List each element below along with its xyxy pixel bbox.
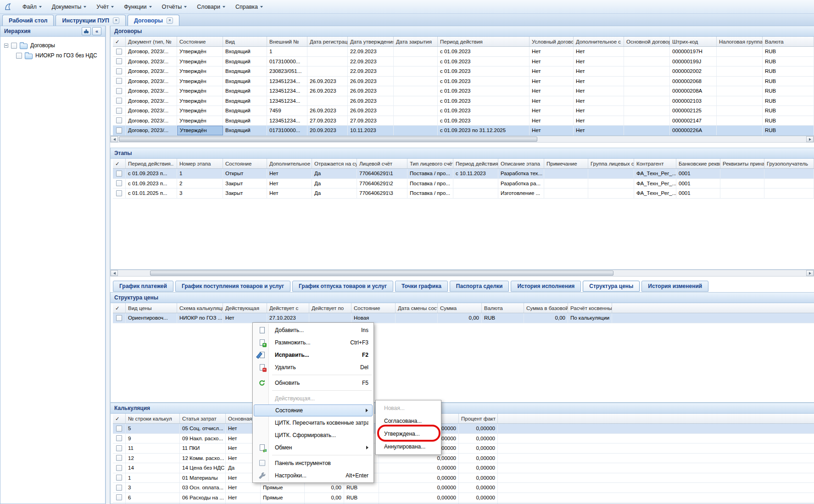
row-checkbox[interactable] — [116, 117, 122, 123]
column-header[interactable]: Схема калькуляци — [177, 303, 223, 313]
row-checkbox[interactable] — [116, 98, 122, 104]
column-header[interactable]: Лицевой счёт — [357, 159, 407, 168]
table-row[interactable]: Договор, 2023/...УтверждёнВходящий123451… — [113, 96, 814, 106]
collapse-node-icon[interactable] — [4, 44, 8, 48]
column-header[interactable]: ✓ — [113, 159, 126, 168]
close-tab-icon[interactable]: × — [113, 17, 119, 24]
scrollbar-thumb[interactable] — [150, 271, 613, 276]
menubar-item-help[interactable]: Справка — [230, 1, 268, 12]
context-menu-item-state[interactable]: Состояние — [254, 404, 373, 416]
column-header[interactable]: Отражается на су — [312, 159, 357, 168]
column-header[interactable]: Валюта — [482, 303, 524, 313]
scroll-right-icon[interactable] — [806, 270, 814, 276]
column-header[interactable]: Вид — [223, 37, 267, 46]
row-checkbox[interactable] — [116, 58, 122, 64]
column-header[interactable]: Процент факт — [459, 414, 498, 423]
column-header[interactable]: ✓ — [113, 303, 126, 313]
column-header[interactable]: Реквизиты принад — [720, 159, 764, 168]
row-checkbox[interactable] — [116, 435, 122, 441]
column-header[interactable]: Состояние — [177, 37, 223, 46]
column-header[interactable]: Внешний № — [267, 37, 307, 46]
context-menu-item-duplicate[interactable]: Размножить...Ctrl+F3 — [254, 336, 373, 349]
column-header[interactable]: № строки калькул — [126, 414, 180, 423]
column-header[interactable]: Валюта — [763, 37, 814, 46]
scroll-left-icon[interactable] — [111, 136, 118, 142]
context-menu-item-add[interactable]: Добавить...Ins — [254, 324, 373, 336]
tree-checkbox[interactable] — [16, 53, 22, 59]
scroll-left-icon[interactable] — [111, 270, 118, 276]
table-row[interactable]: с 01.09.2023 п...1ОткрытНетДа7706406291\… — [113, 169, 814, 179]
column-header[interactable]: Условный договор — [530, 37, 574, 46]
column-header[interactable]: Сумма в базовой в — [524, 303, 568, 313]
table-row[interactable]: 101 МатериалыНетПрямые0,00RUB0,000000,00… — [113, 473, 814, 483]
window-tab-instructions-pup[interactable]: Инструкции ПУП× — [56, 15, 126, 26]
column-header[interactable]: Состояние — [351, 303, 396, 313]
table-row[interactable]: Договор, 2023/...УтверждёнВходящий017310… — [113, 57, 814, 67]
column-header[interactable]: Номер этапа — [177, 159, 223, 168]
row-checkbox[interactable] — [116, 465, 122, 471]
detail-tab-deal-passports[interactable]: Паспорта сделки — [450, 281, 509, 292]
detail-tab-payments-schedule[interactable]: График платежей — [113, 281, 173, 292]
column-header[interactable]: Период действия л — [453, 159, 498, 168]
column-header[interactable]: Сумма — [438, 303, 482, 313]
column-header[interactable]: Действует с — [267, 303, 309, 313]
row-checkbox[interactable] — [116, 475, 122, 481]
column-header[interactable]: Грузополучатель — [764, 159, 814, 168]
context-menu-item-delete[interactable]: УдалитьDel — [254, 361, 373, 373]
row-checkbox[interactable] — [116, 49, 122, 55]
table-row[interactable]: Договор, 2023/...УтверждёнВходящий230823… — [113, 66, 814, 77]
table-row[interactable]: 606 Расходы на ...НетПрямые0,00RUB0,0000… — [113, 493, 814, 503]
context-menu-item-settings[interactable]: Настройки...Alt+Enter — [254, 469, 373, 482]
row-checkbox[interactable] — [116, 108, 122, 114]
row-checkbox[interactable] — [116, 171, 122, 177]
scrollbar-thumb[interactable] — [119, 137, 537, 142]
row-checkbox[interactable] — [116, 180, 122, 186]
row-checkbox[interactable] — [116, 485, 122, 491]
close-tab-icon[interactable]: × — [167, 17, 173, 24]
column-header[interactable]: Расчёт косвенных — [568, 303, 612, 313]
context-menu-item-exchange[interactable]: Обмен — [254, 441, 373, 454]
table-row[interactable]: Договор, 2023/...УтверждёнВходящий122.09… — [113, 47, 814, 57]
detail-tab-price-structure[interactable]: Структура цены — [583, 281, 640, 292]
row-checkbox[interactable] — [116, 78, 122, 84]
menubar-item-functions[interactable]: Функции — [119, 1, 156, 12]
detail-tab-goods-issue-schedule[interactable]: График отпуска товаров и услуг — [292, 281, 393, 292]
context-menu-item-citk-form[interactable]: ЦИТК. Сформировать... — [254, 429, 373, 441]
column-header[interactable]: Банковские рекви — [676, 159, 720, 168]
column-header[interactable]: Налоговая группа. — [717, 37, 763, 46]
row-checkbox[interactable] — [116, 315, 122, 321]
menubar-item-reports[interactable]: Отчёты — [157, 1, 192, 12]
row-checkbox[interactable] — [116, 455, 122, 461]
table-row[interactable]: 909 Накл. расхо...НетПрямые0,00RUB0,0000… — [113, 434, 814, 444]
row-checkbox[interactable] — [116, 68, 122, 74]
column-header[interactable]: Примечание — [544, 159, 588, 168]
table-row[interactable]: Договор, 2023/...УтверждёнВходящий123451… — [113, 86, 814, 96]
column-header[interactable]: Дата смены состо — [396, 303, 438, 313]
tree-item[interactable]: НИОКР по ГОЗ без НДС — [2, 50, 103, 61]
row-checkbox[interactable] — [116, 190, 122, 196]
table-row[interactable]: Договор, 2023/...УтверждёнВходящий123451… — [113, 77, 814, 87]
table-row[interactable]: с 01.09.2023 п...2ЗакрытНетДа7706406291\… — [113, 179, 814, 189]
column-header[interactable]: Документ (тип, № — [126, 37, 177, 46]
column-header[interactable]: Группа лицевых сч — [588, 159, 634, 168]
detail-tab-execution-history[interactable]: История исполнения — [511, 281, 581, 292]
row-checkbox[interactable] — [116, 445, 122, 451]
context-menu-item-refresh[interactable]: ОбновитьF5 — [254, 377, 373, 389]
table-row[interactable]: 303 Осн. оплата...НетПрямые0,00RUB0,0000… — [113, 483, 814, 493]
column-header[interactable]: Контрагент — [634, 159, 676, 168]
table-row[interactable]: с 01.01.2025 п...3ЗакрытНетДа7706406291\… — [113, 188, 814, 199]
context-menu-item-toolbar[interactable]: Панель инструментов — [254, 457, 373, 469]
context-menu-item-edit[interactable]: Исправить...F2 — [254, 349, 373, 361]
search-icon[interactable] — [82, 27, 91, 35]
table-row[interactable]: 1414 Цена без НДСДаПрямые0,00RUB0,000000… — [113, 463, 814, 473]
table-row[interactable]: 1111 ПКИНетПрямые0,00RUB0,000000,00000 — [113, 443, 814, 454]
tree-checkbox[interactable] — [11, 43, 17, 49]
column-header[interactable]: Основной договор — [624, 37, 670, 46]
table-row[interactable]: Ориентировоч...НИОКР по ГОЗ ...Нет27.10.… — [113, 313, 814, 323]
table-row[interactable]: 505 Соц. отчисл...НетПрямые0,00RUB0,0000… — [113, 424, 814, 434]
row-checkbox[interactable] — [116, 127, 122, 133]
column-header[interactable]: Дополнительное с — [267, 159, 312, 168]
column-header[interactable]: Период действия — [438, 37, 530, 46]
detail-tab-schedule-points[interactable]: Точки графика — [395, 281, 448, 292]
row-checkbox[interactable] — [116, 494, 122, 500]
